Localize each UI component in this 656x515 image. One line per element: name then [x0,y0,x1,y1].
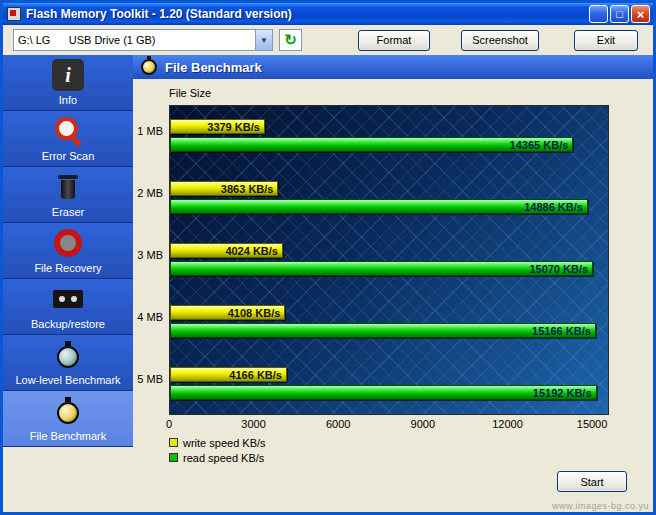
sidebar-item-label: Info [59,94,77,106]
x-tick-label: 9000 [411,418,435,430]
app-window: Flash Memory Toolkit - 1.20 (Standard ve… [0,0,656,515]
legend-swatch-icon [169,453,178,462]
category-label: 4 MB [133,291,169,353]
bar-value-label: 14365 KB/s [510,139,569,151]
write-bar: 3379 KB/s [170,119,265,134]
info-glyph: i [65,64,71,87]
legend-swatch-icon [169,438,178,447]
x-axis: 03000600090001200015000 [169,415,609,433]
chart-band: 3863 KB/s14886 KB/s [170,168,608,230]
category-label: 2 MB [133,167,169,229]
x-tick-label: 3000 [241,418,265,430]
screenshot-button[interactable]: Screenshot [461,30,539,51]
stopwatch-icon [52,339,84,371]
bar-value-label: 15166 KB/s [532,325,591,337]
sidebar-item-label: File Recovery [34,262,101,274]
write-bar: 4108 KB/s [170,305,285,320]
sidebar-item-label: Backup/restore [31,318,105,330]
benchmark-chart: File Size 1 MB2 MB3 MB4 MB5 MB 3379 KB/s… [133,79,653,465]
write-bar: 4166 KB/s [170,367,287,382]
category-label: 5 MB [133,353,169,415]
close-button[interactable]: × [631,5,650,23]
chevron-down-icon[interactable]: ▼ [255,30,272,50]
exit-button[interactable]: Exit [574,30,638,51]
maximize-icon: □ [616,8,623,20]
legend-label: read speed KB/s [183,452,264,464]
info-icon: i [52,59,84,91]
refresh-icon: ↻ [284,31,297,49]
disc-icon [52,227,84,259]
bar-value-label: 14886 KB/s [524,201,583,213]
panel-header: File Benchmark [133,55,653,79]
chart-band: 4166 KB/s15192 KB/s [170,354,608,415]
sidebar: i Info Error Scan Eraser File Recovery B… [3,55,133,512]
drive-select[interactable]: G:\ LG USB Drive (1 GB) ▼ [13,29,273,51]
x-tick-label: 12000 [492,418,523,430]
window-title: Flash Memory Toolkit - 1.20 (Standard ve… [26,7,587,21]
sidebar-item-label: File Benchmark [30,430,106,442]
legend-label: write speed KB/s [183,437,266,449]
x-tick-label: 0 [166,418,172,430]
trash-icon [52,171,84,203]
title-bar[interactable]: Flash Memory Toolkit - 1.20 (Standard ve… [3,3,653,25]
sidebar-item-label: Low-level Benchmark [15,374,120,386]
bar-value-label: 4108 KB/s [228,307,281,319]
sidebar-item-file-recovery[interactable]: File Recovery [3,223,133,279]
bar-value-label: 15192 KB/s [533,387,592,399]
bar-value-label: 4166 KB/s [229,369,282,381]
stopwatch-gold-icon [52,395,84,427]
read-bar: 14365 KB/s [170,137,573,152]
write-bar: 4024 KB/s [170,243,283,258]
legend: write speed KB/sread speed KB/s [169,435,653,465]
drive-select-value: G:\ LG USB Drive (1 GB) [14,34,255,46]
chart-band: 4108 KB/s15166 KB/s [170,292,608,354]
category-label: 1 MB [133,105,169,167]
chart-row: 1 MB2 MB3 MB4 MB5 MB 3379 KB/s14365 KB/s… [133,105,653,415]
read-bar: 15070 KB/s [170,261,593,276]
category-label: 3 MB [133,229,169,291]
minimize-icon: _ [595,11,601,23]
toolbar: G:\ LG USB Drive (1 GB) ▼ ↻ Format Scree… [3,25,653,55]
sidebar-item-error-scan[interactable]: Error Scan [3,111,133,167]
content-panel: File Benchmark File Size 1 MB2 MB3 MB4 M… [133,55,653,512]
bar-value-label: 3379 KB/s [207,121,260,133]
sidebar-item-label: Eraser [52,206,84,218]
category-axis: 1 MB2 MB3 MB4 MB5 MB [133,105,169,415]
x-tick-label: 15000 [577,418,608,430]
sidebar-item-low-level-benchmark[interactable]: Low-level Benchmark [3,335,133,391]
format-button[interactable]: Format [358,30,430,51]
sidebar-item-info[interactable]: i Info [3,55,133,111]
app-icon [7,7,21,21]
x-tick-label: 6000 [326,418,350,430]
read-bar: 15192 KB/s [170,385,597,400]
bar-value-label: 3863 KB/s [221,183,274,195]
chart-axis-title: File Size [169,87,653,101]
close-icon: × [637,7,645,22]
sidebar-item-label: Error Scan [42,150,95,162]
sidebar-item-eraser[interactable]: Eraser [3,167,133,223]
chart-band: 4024 KB/s15070 KB/s [170,230,608,292]
cassette-icon [52,283,84,315]
main-area: i Info Error Scan Eraser File Recovery B… [3,55,653,512]
sidebar-filler [3,447,133,512]
start-button[interactable]: Start [557,471,627,492]
magnifier-icon [52,115,84,147]
refresh-button[interactable]: ↻ [279,29,302,51]
benchmark-header-icon [141,59,157,75]
read-bar: 14886 KB/s [170,199,588,214]
write-bar: 3863 KB/s [170,181,278,196]
sidebar-item-backup-restore[interactable]: Backup/restore [3,279,133,335]
bar-value-label: 4024 KB/s [225,245,278,257]
sidebar-item-file-benchmark[interactable]: File Benchmark [3,391,133,447]
legend-item: write speed KB/s [169,435,653,450]
chart-band: 3379 KB/s14365 KB/s [170,106,608,168]
legend-item: read speed KB/s [169,450,653,465]
watermark: www.images-bg.co.yu [552,501,649,511]
read-bar: 15166 KB/s [170,323,596,338]
page-title: File Benchmark [165,60,262,75]
minimize-button[interactable]: _ [589,5,608,23]
bar-value-label: 15070 KB/s [529,263,588,275]
plot-area: 3379 KB/s14365 KB/s3863 KB/s14886 KB/s40… [169,105,609,415]
maximize-button[interactable]: □ [610,5,629,23]
